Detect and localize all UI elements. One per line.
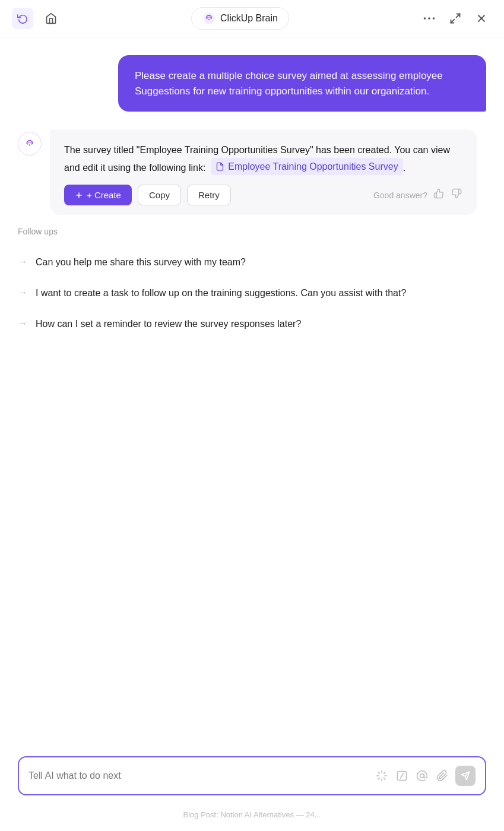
input-area bbox=[18, 756, 486, 795]
ai-bubble-text: The survey titled "Employee Training Opp… bbox=[64, 142, 463, 175]
svg-point-9 bbox=[29, 144, 30, 145]
followup-item-1[interactable]: → Can you help me share this survey with… bbox=[18, 247, 486, 278]
copy-button[interactable]: Copy bbox=[138, 185, 181, 205]
clickup-brain-logo bbox=[202, 12, 215, 25]
followup-item-2[interactable]: → I want to create a task to follow up o… bbox=[18, 278, 486, 309]
arrow-icon-3: → bbox=[18, 318, 27, 329]
svg-point-3 bbox=[428, 17, 430, 20]
svg-point-22 bbox=[420, 774, 424, 778]
header: ClickUp Brain bbox=[0, 0, 504, 37]
expand-icon bbox=[449, 12, 461, 24]
thumbs-down-icon bbox=[451, 188, 462, 199]
svg-point-1 bbox=[208, 19, 210, 20]
home-icon bbox=[45, 12, 57, 24]
sparkle-button[interactable] bbox=[375, 769, 389, 783]
input-icon-group bbox=[375, 766, 476, 786]
create-label: + Create bbox=[87, 190, 121, 200]
thumbs-up-button[interactable] bbox=[432, 187, 445, 203]
followups-section: Follow ups → Can you help me share this … bbox=[0, 227, 504, 340]
arrow-icon-1: → bbox=[18, 256, 27, 267]
bottom-hint: Blog Post: Notion AI Alternatives — 24..… bbox=[0, 810, 504, 819]
survey-link-text: Employee Training Opportunities Survey bbox=[228, 159, 398, 175]
sparkle-icon bbox=[376, 770, 388, 782]
svg-line-14 bbox=[378, 772, 379, 773]
slash-command-icon bbox=[396, 770, 408, 782]
followup-item-3[interactable]: → How can I set a reminder to review the… bbox=[18, 309, 486, 340]
thumbs-up-icon bbox=[433, 188, 444, 199]
close-icon bbox=[476, 12, 487, 24]
app-title-pill[interactable]: ClickUp Brain bbox=[191, 7, 289, 30]
arrow-icon-2: → bbox=[18, 287, 27, 298]
more-button[interactable] bbox=[419, 8, 440, 29]
mention-button[interactable] bbox=[415, 769, 429, 783]
ai-actions: + Create Copy Retry Good answer? bbox=[64, 185, 463, 205]
svg-line-15 bbox=[384, 778, 385, 779]
followup-text-2: I want to create a task to follow up on … bbox=[36, 286, 406, 300]
more-icon bbox=[423, 17, 435, 20]
paperclip-icon bbox=[436, 770, 448, 782]
home-button[interactable] bbox=[40, 8, 62, 29]
ai-avatar bbox=[18, 132, 42, 156]
ai-logo-icon bbox=[23, 137, 37, 151]
good-answer-section: Good answer? bbox=[373, 187, 463, 203]
svg-point-2 bbox=[424, 17, 426, 20]
header-left bbox=[12, 8, 62, 29]
followup-text-3: How can I set a reminder to review the s… bbox=[36, 317, 301, 331]
bottom-hint-text: Blog Post: Notion AI Alternatives — 24..… bbox=[183, 810, 321, 819]
input-box bbox=[18, 756, 486, 795]
survey-link[interactable]: Employee Training Opportunities Survey bbox=[211, 158, 402, 176]
chat-input[interactable] bbox=[28, 770, 369, 781]
send-icon bbox=[461, 771, 470, 781]
close-button[interactable] bbox=[471, 8, 492, 29]
doc-icon bbox=[215, 162, 224, 171]
svg-line-19 bbox=[384, 772, 385, 773]
slash-button[interactable] bbox=[395, 769, 409, 783]
attach-button[interactable] bbox=[435, 769, 449, 783]
retry-label: Retry bbox=[198, 190, 220, 200]
ai-response-row: The survey titled "Employee Training Opp… bbox=[18, 129, 486, 215]
ai-bubble: The survey titled "Employee Training Opp… bbox=[50, 129, 477, 215]
history-icon bbox=[17, 13, 28, 24]
followup-text-1: Can you help me share this survey with m… bbox=[36, 255, 246, 269]
svg-point-0 bbox=[203, 12, 215, 24]
thumbs-down-button[interactable] bbox=[450, 187, 463, 203]
followups-label: Follow ups bbox=[18, 227, 486, 236]
plus-icon bbox=[75, 191, 83, 199]
app-title-text: ClickUp Brain bbox=[220, 13, 278, 24]
header-right bbox=[419, 8, 492, 29]
send-button[interactable] bbox=[455, 766, 476, 786]
history-button[interactable] bbox=[12, 8, 33, 29]
retry-button[interactable]: Retry bbox=[187, 185, 231, 205]
copy-label: Copy bbox=[149, 190, 170, 200]
user-message-text: Please create a multiple choice survey a… bbox=[135, 70, 443, 97]
user-message-bubble: Please create a multiple choice survey a… bbox=[118, 55, 486, 112]
at-icon bbox=[416, 770, 428, 782]
svg-line-18 bbox=[378, 778, 379, 779]
svg-point-4 bbox=[433, 17, 435, 20]
good-answer-label: Good answer? bbox=[373, 191, 427, 200]
svg-line-21 bbox=[401, 773, 404, 778]
ai-text-after: . bbox=[403, 163, 405, 173]
expand-button[interactable] bbox=[445, 8, 466, 29]
create-button[interactable]: + Create bbox=[64, 185, 132, 205]
chat-area: Please create a multiple choice survey a… bbox=[0, 37, 504, 227]
